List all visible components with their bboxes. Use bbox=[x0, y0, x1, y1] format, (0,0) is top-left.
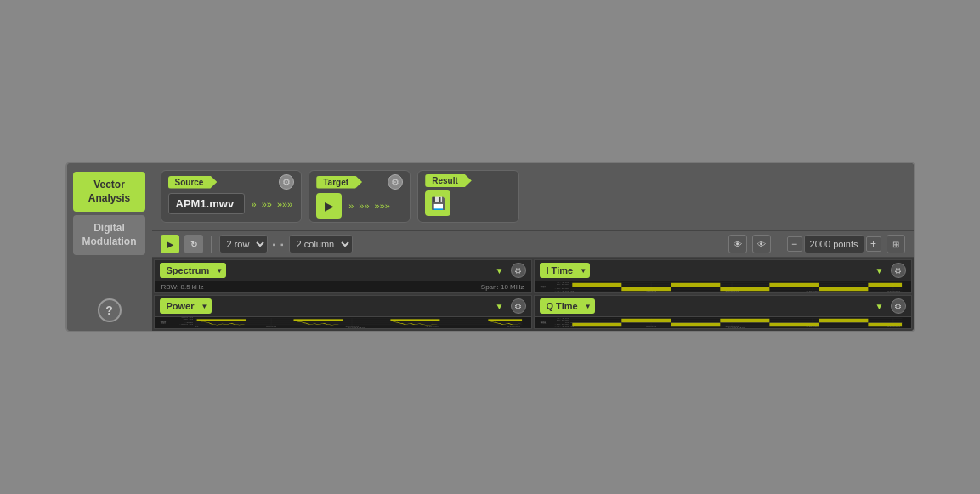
row-select[interactable]: 2 row 1 row 3 row bbox=[219, 235, 268, 253]
svg-text:0: 0 bbox=[564, 287, 568, 287]
play-control[interactable]: ▶ bbox=[161, 235, 179, 253]
source-header: Source ⚙ bbox=[168, 174, 295, 190]
q-time-body: Q - channel 0 500 1000 1500 2000 Points … bbox=[535, 317, 911, 328]
source-arrow-3[interactable]: »»» bbox=[275, 197, 294, 211]
target-arrow-3[interactable]: »»» bbox=[373, 199, 392, 213]
spectrum-footer-left: RBW: 8.5 kHz bbox=[161, 283, 204, 291]
svg-text:1.10: 1.10 bbox=[556, 318, 568, 319]
target-gear[interactable]: ⚙ bbox=[388, 174, 403, 190]
svg-rect-151 bbox=[572, 283, 621, 287]
q-time-svg: Q - channel 0 500 1000 1500 2000 Points … bbox=[535, 317, 911, 328]
separator-2 bbox=[779, 236, 779, 253]
svg-rect-217 bbox=[488, 319, 522, 321]
svg-text:0: 0 bbox=[564, 322, 568, 323]
svg-rect-153 bbox=[671, 283, 720, 287]
points-control: − 2000 points + bbox=[787, 235, 881, 253]
q-time-down-icon[interactable]: ▼ bbox=[872, 298, 887, 314]
result-section: Result 💾 bbox=[417, 170, 519, 223]
target-label: Target bbox=[316, 176, 362, 189]
loop-control[interactable]: ↻ bbox=[184, 235, 203, 253]
target-header: Target ⚙ bbox=[316, 174, 403, 190]
q-time-header-right: ▼ ⚙ bbox=[872, 298, 906, 314]
svg-text:Points: Points bbox=[728, 292, 745, 292]
source-arrow-1[interactable]: » bbox=[250, 197, 258, 211]
svg-text:-0.55: -0.55 bbox=[554, 289, 569, 290]
power-header-right: ▼ ⚙ bbox=[492, 298, 526, 314]
power-down-icon[interactable]: ▼ bbox=[492, 298, 507, 314]
col-select[interactable]: 2 column 1 column 3 column bbox=[289, 235, 353, 253]
svg-text:0.55: 0.55 bbox=[556, 285, 568, 286]
row-col-separator: ▪ bbox=[273, 240, 276, 249]
eye-button-2[interactable]: 👁 bbox=[752, 235, 771, 253]
points-plus-btn[interactable]: + bbox=[866, 236, 881, 252]
svg-rect-206 bbox=[390, 319, 439, 321]
svg-rect-254 bbox=[868, 323, 902, 327]
source-gear[interactable]: ⚙ bbox=[279, 174, 294, 190]
spectrum-footer: RBW: 8.5 kHz Span: 10 MHz bbox=[155, 281, 531, 292]
separator-dot: ▪ bbox=[280, 240, 284, 249]
svg-rect-171 bbox=[155, 317, 531, 328]
svg-text:-1.10: -1.10 bbox=[554, 291, 569, 292]
power-body: Power (dBm) 0 500 1000 1500 2000 Points … bbox=[155, 317, 531, 328]
svg-rect-253 bbox=[819, 319, 868, 323]
svg-text:-1.10: -1.10 bbox=[554, 326, 569, 327]
svg-text:-0.55: -0.55 bbox=[554, 325, 569, 326]
i-time-title[interactable]: I Time bbox=[540, 263, 591, 278]
svg-text:Power (dBm): Power (dBm) bbox=[159, 321, 166, 324]
svg-text:1500: 1500 bbox=[805, 292, 819, 292]
source-label: Source bbox=[168, 176, 218, 189]
svg-rect-250 bbox=[671, 323, 720, 327]
sidebar-digital-modulation[interactable]: Digital Modulation bbox=[73, 215, 145, 255]
svg-text:2000: 2000 bbox=[886, 327, 900, 328]
svg-text:2000: 2000 bbox=[886, 292, 900, 292]
svg-rect-252 bbox=[769, 323, 819, 327]
eye-button-1[interactable]: 👁 bbox=[728, 235, 747, 253]
help-button[interactable]: ? bbox=[98, 298, 122, 322]
target-arrow-2[interactable]: »» bbox=[357, 199, 371, 213]
i-time-svg: I - channel 0 300 1000 1500 2000 Points … bbox=[535, 281, 911, 292]
svg-rect-249 bbox=[621, 319, 671, 323]
svg-text:500: 500 bbox=[645, 327, 655, 328]
svg-text:Q - channel: Q - channel bbox=[539, 321, 546, 324]
i-time-gear[interactable]: ⚙ bbox=[891, 263, 906, 278]
source-content: APM1.mwv » »» »»» bbox=[168, 193, 295, 214]
q-time-gear[interactable]: ⚙ bbox=[891, 298, 906, 314]
source-arrow-2[interactable]: »» bbox=[260, 197, 274, 211]
target-arrow-1[interactable]: » bbox=[347, 199, 355, 213]
q-time-header: Q Time ▼ ⚙ bbox=[535, 296, 911, 317]
svg-text:0.55: 0.55 bbox=[556, 321, 568, 321]
q-time-panel: Q Time ▼ ⚙ bbox=[534, 295, 912, 329]
main-container: Vector Analysis Digital Modulation ? Sou… bbox=[65, 162, 915, 332]
spectrum-gear[interactable]: ⚙ bbox=[511, 263, 526, 278]
i-time-header: I Time ▼ ⚙ bbox=[535, 260, 911, 281]
i-time-panel: I Time ▼ ⚙ bbox=[534, 259, 912, 293]
source-filename: APM1.mwv bbox=[168, 193, 245, 214]
spectrum-title[interactable]: Spectrum bbox=[160, 263, 227, 278]
svg-rect-154 bbox=[720, 287, 769, 292]
svg-text:Points: Points bbox=[728, 327, 745, 328]
power-title[interactable]: Power bbox=[160, 298, 212, 314]
svg-text:1500: 1500 bbox=[805, 327, 819, 328]
power-header: Power ▼ ⚙ bbox=[155, 296, 531, 317]
svg-rect-156 bbox=[819, 287, 868, 292]
sidebar-vector-analysis[interactable]: Vector Analysis bbox=[73, 172, 145, 212]
result-header: Result bbox=[425, 174, 512, 187]
svg-text:300: 300 bbox=[645, 292, 655, 292]
svg-text:0: 0 bbox=[570, 327, 574, 328]
power-gear[interactable]: ⚙ bbox=[511, 298, 526, 314]
q-time-title[interactable]: Q Time bbox=[540, 298, 595, 314]
power-panel: Power ▼ ⚙ bbox=[154, 295, 532, 329]
i-time-down-icon[interactable]: ▼ bbox=[872, 263, 887, 278]
spectrum-down-icon[interactable]: ▼ bbox=[492, 263, 507, 278]
svg-rect-152 bbox=[621, 287, 671, 292]
svg-rect-155 bbox=[769, 283, 819, 287]
svg-rect-183 bbox=[196, 319, 246, 321]
points-minus-btn[interactable]: − bbox=[787, 236, 802, 252]
spectrum-panel: Spectrum ▼ ⚙ bbox=[154, 259, 532, 293]
spectrum-footer-right: Span: 10 MHz bbox=[481, 283, 524, 291]
snap-button[interactable]: ⊞ bbox=[887, 235, 905, 253]
target-play-button[interactable]: ▶ bbox=[316, 193, 342, 219]
svg-text:0: 0 bbox=[570, 292, 574, 292]
result-save-button[interactable]: 💾 bbox=[425, 190, 450, 216]
spectrum-header: Spectrum ▼ ⚙ bbox=[155, 260, 531, 281]
